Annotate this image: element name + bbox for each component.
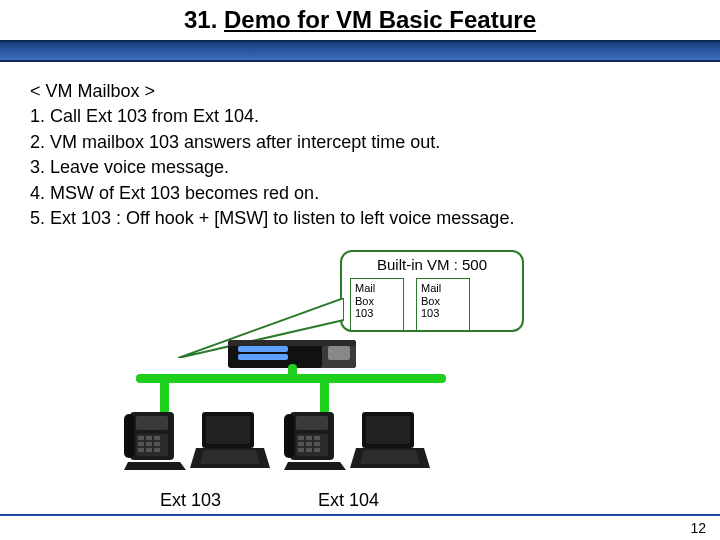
cable-bus — [136, 374, 446, 383]
svg-rect-22 — [298, 436, 304, 440]
svg-rect-8 — [146, 442, 152, 446]
step-4: 4. MSW of Ext 103 becomes red on. — [30, 182, 690, 205]
deskphone-icon — [284, 406, 348, 472]
svg-rect-4 — [138, 436, 144, 440]
builtin-vm-box: Built-in VM : 500 Mail Box 103 Mail Box … — [340, 250, 524, 332]
svg-rect-7 — [138, 442, 144, 446]
svg-rect-24 — [314, 436, 320, 440]
svg-rect-30 — [314, 448, 320, 452]
laptop-icon — [350, 410, 430, 474]
label-ext103: Ext 103 — [160, 490, 221, 511]
page-number: 12 — [690, 520, 706, 536]
svg-rect-25 — [298, 442, 304, 446]
svg-marker-32 — [284, 462, 346, 470]
mailbox-cells: Mail Box 103 Mail Box 103 — [350, 278, 470, 332]
svg-rect-10 — [138, 448, 144, 452]
svg-rect-26 — [306, 442, 312, 446]
steps-heading: < VM Mailbox > — [30, 80, 690, 103]
workstation-ext103 — [124, 402, 274, 482]
svg-rect-11 — [146, 448, 152, 452]
svg-rect-12 — [154, 448, 160, 452]
title-link[interactable]: Demo for VM Basic Feature — [224, 6, 536, 33]
step-5: 5. Ext 103 : Off hook + [MSW] to listen … — [30, 207, 690, 230]
svg-rect-23 — [306, 436, 312, 440]
workstation-ext104 — [284, 402, 434, 482]
svg-marker-14 — [124, 462, 186, 470]
mailbox-cell-2-line2: Box — [421, 295, 465, 308]
svg-rect-6 — [154, 436, 160, 440]
step-3: 3. Leave voice message. — [30, 156, 690, 179]
slide-title: 31. Demo for VM Basic Feature — [0, 6, 720, 34]
mailbox-cell-1-line3: 103 — [355, 307, 399, 320]
step-1: 1. Call Ext 103 from Ext 104. — [30, 105, 690, 128]
svg-rect-20 — [296, 416, 328, 430]
svg-rect-5 — [146, 436, 152, 440]
vm-title: Built-in VM : 500 — [342, 252, 522, 273]
mailbox-cell-1-line1: Mail — [355, 282, 399, 295]
body-text: < VM Mailbox > 1. Call Ext 103 from Ext … — [30, 78, 690, 232]
svg-rect-13 — [124, 414, 134, 458]
svg-rect-9 — [154, 442, 160, 446]
mailbox-cell-2: Mail Box 103 — [416, 278, 470, 332]
mailbox-cell-1: Mail Box 103 — [350, 278, 404, 332]
svg-rect-34 — [366, 416, 410, 444]
deskphone-icon — [124, 406, 188, 472]
title-prefix: 31. — [184, 6, 224, 33]
footer-rule — [0, 514, 720, 516]
laptop-icon — [190, 410, 270, 474]
label-ext104: Ext 104 — [318, 490, 379, 511]
step-2: 2. VM mailbox 103 answers after intercep… — [30, 131, 690, 154]
svg-rect-27 — [314, 442, 320, 446]
svg-rect-2 — [136, 416, 168, 430]
svg-rect-29 — [306, 448, 312, 452]
slide: 31. Demo for VM Basic Feature < VM Mailb… — [0, 0, 720, 540]
title-bar: 31. Demo for VM Basic Feature — [0, 0, 720, 62]
svg-rect-16 — [206, 416, 250, 444]
svg-rect-31 — [284, 414, 294, 458]
mailbox-cell-1-line2: Box — [355, 295, 399, 308]
mailbox-cell-2-line3: 103 — [421, 307, 465, 320]
svg-rect-28 — [298, 448, 304, 452]
mailbox-cell-2-line1: Mail — [421, 282, 465, 295]
svg-marker-18 — [200, 450, 260, 464]
svg-marker-36 — [360, 450, 420, 464]
diagram: Built-in VM : 500 Mail Box 103 Mail Box … — [60, 250, 600, 490]
title-stripe — [0, 40, 720, 62]
